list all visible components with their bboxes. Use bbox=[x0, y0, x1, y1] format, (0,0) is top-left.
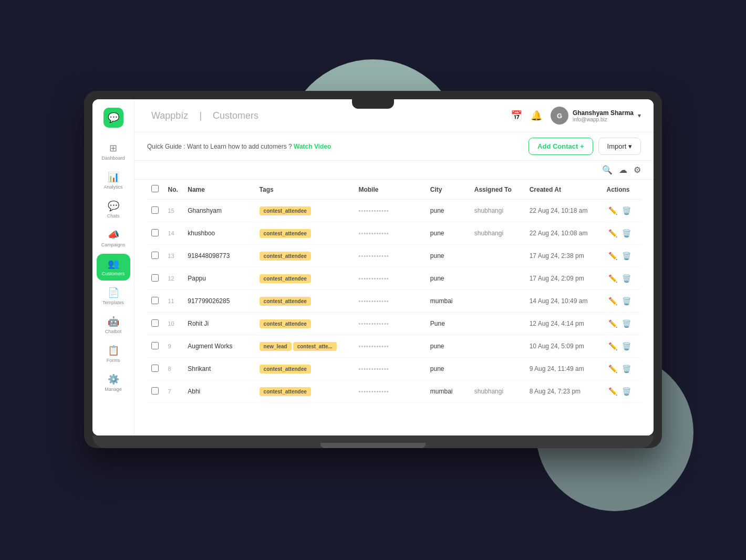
row-checkbox[interactable] bbox=[151, 297, 159, 304]
row-checkbox[interactable] bbox=[151, 274, 159, 282]
chevron-down-icon: ▾ bbox=[638, 112, 641, 119]
delete-button[interactable]: 🗑️ bbox=[620, 227, 633, 239]
cell-name: Augment Works bbox=[183, 335, 255, 358]
cell-actions: ✏️ 🗑️ bbox=[603, 200, 641, 222]
calendar-icon[interactable]: 📅 bbox=[511, 110, 522, 121]
cell-name: Pappu bbox=[183, 267, 255, 290]
edit-button[interactable]: ✏️ bbox=[607, 363, 619, 375]
row-checkbox[interactable] bbox=[151, 387, 159, 395]
sidebar-item-analytics[interactable]: 📊 Analytics bbox=[97, 167, 130, 194]
chats-icon: 💬 bbox=[108, 200, 119, 212]
edit-button[interactable]: ✏️ bbox=[607, 250, 619, 262]
cell-assigned bbox=[470, 335, 525, 358]
cell-created: 17 Aug 24, 2:38 pm bbox=[525, 245, 603, 267]
notification-bell-icon[interactable]: 🔔 bbox=[531, 110, 542, 121]
cell-created: 9 Aug 24, 11:49 am bbox=[525, 358, 603, 380]
cell-tags: contest_attendee bbox=[255, 313, 355, 335]
cell-name: Shrikant bbox=[183, 358, 255, 380]
th-mobile: Mobile bbox=[354, 180, 426, 200]
cell-tags: contest_attendee bbox=[255, 200, 355, 222]
edit-button[interactable]: ✏️ bbox=[607, 295, 619, 307]
cell-name: 918448098773 bbox=[183, 245, 255, 267]
table-header-row: No. Name Tags Mobile City Assigned To Cr… bbox=[147, 180, 641, 200]
sidebar-item-label: Chatbot bbox=[105, 329, 122, 334]
row-checkbox[interactable] bbox=[151, 319, 159, 327]
cell-created: 8 Aug 24, 7:23 pm bbox=[525, 380, 603, 403]
th-assigned: Assigned To bbox=[470, 180, 525, 200]
sidebar-item-customers[interactable]: 👥 Customers bbox=[97, 254, 130, 281]
delete-button[interactable]: 🗑️ bbox=[620, 295, 633, 307]
import-button[interactable]: Import ▾ bbox=[598, 138, 641, 155]
sidebar-item-templates[interactable]: 📄 Templates bbox=[97, 283, 130, 309]
cell-actions: ✏️ 🗑️ bbox=[603, 245, 641, 267]
search-icon[interactable]: 🔍 bbox=[602, 165, 613, 175]
sidebar-item-dashboard[interactable]: ⊞ Dashboard bbox=[97, 138, 130, 165]
cell-no: 9 bbox=[163, 335, 183, 358]
sidebar-item-campaigns[interactable]: 📣 Campaigns bbox=[97, 225, 130, 252]
th-created: Created At bbox=[525, 180, 603, 200]
cell-tags: contest_attendee bbox=[255, 222, 355, 245]
table-row: 9Augment Worksnew_leadcontest_atte...•••… bbox=[147, 335, 641, 358]
delete-button[interactable]: 🗑️ bbox=[620, 340, 633, 352]
delete-button[interactable]: 🗑️ bbox=[620, 205, 633, 216]
delete-button[interactable]: 🗑️ bbox=[620, 363, 633, 375]
cell-name: 917799026285 bbox=[183, 290, 255, 313]
cell-no: 11 bbox=[163, 290, 183, 313]
cell-no: 10 bbox=[163, 313, 183, 335]
sidebar-item-label: Campaigns bbox=[101, 242, 126, 247]
edit-button[interactable]: ✏️ bbox=[607, 205, 619, 216]
forms-icon: 📋 bbox=[108, 345, 119, 356]
select-all-header[interactable] bbox=[147, 180, 163, 200]
sidebar-item-forms[interactable]: 📋 Forms bbox=[97, 340, 130, 367]
cell-created: 12 Aug 24, 4:14 pm bbox=[525, 313, 603, 335]
filter-icon[interactable]: ⚙ bbox=[634, 165, 641, 175]
row-checkbox[interactable] bbox=[151, 365, 159, 372]
cell-name: Abhi bbox=[183, 380, 255, 403]
delete-button[interactable]: 🗑️ bbox=[620, 386, 633, 397]
cell-assigned: shubhangi bbox=[470, 380, 525, 403]
row-checkbox[interactable] bbox=[151, 229, 159, 236]
user-profile[interactable]: G Ghanshyam Sharma info@wapp.biz ▾ bbox=[551, 107, 641, 125]
cell-actions: ✏️ 🗑️ bbox=[603, 380, 641, 403]
th-name: Name bbox=[183, 180, 255, 200]
avatar: G bbox=[551, 107, 568, 125]
quick-guide-text: Quick Guide : Want to Learn how to add c… bbox=[147, 143, 331, 150]
edit-button[interactable]: ✏️ bbox=[607, 273, 619, 284]
sidebar-item-label: Manage bbox=[105, 387, 122, 392]
toolbar: Quick Guide : Want to Learn how to add c… bbox=[134, 132, 654, 161]
row-checkbox[interactable] bbox=[151, 206, 159, 214]
sidebar: 💬 ⊞ Dashboard 📊 Analytics 💬 Chats 📣 Camp bbox=[92, 99, 134, 435]
sidebar-item-chatbot[interactable]: 🤖 Chatbot bbox=[97, 312, 130, 338]
analytics-icon: 📊 bbox=[108, 171, 119, 183]
sidebar-item-chats[interactable]: 💬 Chats bbox=[97, 196, 130, 223]
user-info: Ghanshyam Sharma info@wapp.biz bbox=[573, 109, 634, 122]
sidebar-item-label: Analytics bbox=[103, 184, 122, 190]
select-all-checkbox[interactable] bbox=[151, 185, 159, 192]
edit-button[interactable]: ✏️ bbox=[607, 227, 619, 239]
delete-button[interactable]: 🗑️ bbox=[620, 273, 633, 284]
watch-video-link[interactable]: Watch Video bbox=[294, 143, 331, 150]
row-checkbox[interactable] bbox=[151, 342, 159, 349]
cell-assigned: shubhangi bbox=[470, 222, 525, 245]
cell-name: khushboo bbox=[183, 222, 255, 245]
sidebar-item-manage[interactable]: ⚙️ Manage bbox=[97, 369, 130, 396]
edit-button[interactable]: ✏️ bbox=[607, 340, 619, 352]
header-right: 📅 🔔 G Ghanshyam Sharma info@wapp.biz ▾ bbox=[511, 107, 641, 125]
campaigns-icon: 📣 bbox=[108, 229, 119, 241]
delete-button[interactable]: 🗑️ bbox=[620, 250, 633, 262]
cell-city: pune bbox=[426, 335, 470, 358]
tag-badge: contest_attendee bbox=[260, 387, 311, 396]
upload-icon[interactable]: ☁ bbox=[619, 165, 627, 175]
table-row: 13918448098773contest_attendee••••••••••… bbox=[147, 245, 641, 267]
edit-button[interactable]: ✏️ bbox=[607, 318, 619, 329]
app-logo: 💬 bbox=[103, 108, 123, 128]
delete-button[interactable]: 🗑️ bbox=[620, 318, 633, 329]
table-row: 10Rohit Jicontest_attendee••••••••••••Pu… bbox=[147, 313, 641, 335]
add-contact-button[interactable]: Add Contact + bbox=[529, 138, 593, 155]
edit-button[interactable]: ✏️ bbox=[607, 386, 619, 397]
cell-no: 7 bbox=[163, 380, 183, 403]
tag-badge: contest_attendee bbox=[260, 206, 311, 215]
row-checkbox[interactable] bbox=[151, 252, 159, 259]
th-actions: Actions bbox=[603, 180, 641, 200]
cell-actions: ✏️ 🗑️ bbox=[603, 290, 641, 313]
